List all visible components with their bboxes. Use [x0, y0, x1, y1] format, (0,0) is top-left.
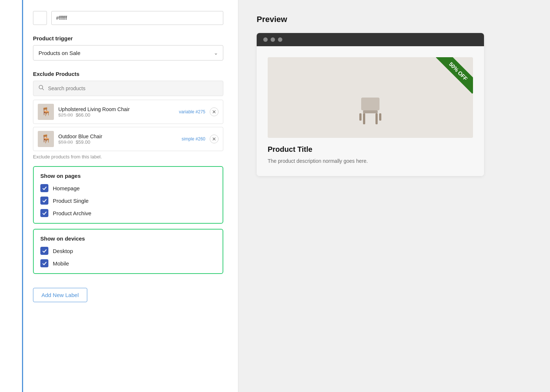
product-trigger-label: Product trigger: [33, 35, 223, 41]
product-info: Outdoor Blue Chair $59.00 $59.00: [58, 133, 177, 145]
show-on-devices-box: Show on devices Desktop Mobile: [33, 229, 223, 274]
product-thumbnail: 🪑: [38, 131, 54, 147]
mobile-checkbox[interactable]: [40, 259, 48, 267]
svg-rect-3: [363, 110, 378, 113]
desktop-checkbox[interactable]: [40, 247, 48, 255]
product-trigger-select[interactable]: Products on Sale New Products Featured P…: [33, 45, 223, 61]
svg-rect-5: [375, 113, 378, 124]
chair-svg: [356, 94, 385, 131]
preview-title: Preview: [257, 15, 532, 24]
color-swatch[interactable]: [33, 11, 47, 25]
price-sale: $59.00: [76, 139, 90, 145]
product-item: 🪑 Upholstered Living Room Chair $25.00 $…: [33, 100, 223, 124]
product-item: 🪑 Outdoor Blue Chair $59.00 $59.00 simpl…: [33, 127, 223, 151]
svg-rect-4: [363, 113, 365, 124]
preview-product-title: Product Title: [268, 145, 473, 154]
product-trigger-select-wrapper: Products on Sale New Products Featured P…: [33, 45, 223, 61]
checkbox-row-desktop: Desktop: [40, 247, 216, 255]
product-info: Upholstered Living Room Chair $25.00 $66…: [58, 106, 175, 118]
chair-image: 🪑: [41, 107, 51, 117]
product-price: $25.00 $66.00: [58, 112, 175, 118]
titlebar-dot-1: [263, 37, 268, 42]
svg-rect-2: [361, 98, 380, 110]
preview-titlebar: [257, 33, 484, 46]
sale-ribbon: 50% OFF: [429, 57, 473, 101]
product-name: Upholstered Living Room Chair: [58, 106, 175, 112]
color-hex-input[interactable]: [51, 11, 223, 25]
sale-badge: 50% OFF: [436, 57, 473, 94]
svg-line-1: [43, 89, 44, 90]
price-sale: $66.00: [76, 112, 90, 118]
product-preview-image: 50% OFF: [268, 57, 473, 138]
preview-card: 50% OFF Product Title The product descri…: [257, 33, 484, 176]
preview-body: 50% OFF Product Title The product descri…: [257, 46, 484, 176]
checkbox-row-product-archive: Product Archive: [40, 209, 216, 217]
product-thumbnail: 🪑: [38, 104, 54, 120]
right-panel: Preview 50% OFF: [238, 0, 550, 392]
svg-rect-7: [379, 113, 381, 121]
homepage-checkbox[interactable]: [40, 184, 48, 192]
checkbox-row-homepage: Homepage: [40, 184, 216, 192]
price-original: $59.00: [58, 139, 73, 145]
product-price: $59.00 $59.00: [58, 139, 177, 145]
product-archive-label: Product Archive: [53, 210, 91, 216]
checkbox-row-mobile: Mobile: [40, 259, 216, 267]
show-on-pages-box: Show on pages Homepage Product Single Pr…: [33, 166, 223, 224]
search-icon: [38, 85, 44, 92]
exclude-products-label: Exclude Products: [33, 71, 223, 77]
homepage-label: Homepage: [53, 185, 80, 191]
product-name: Outdoor Blue Chair: [58, 133, 177, 139]
color-row: [33, 11, 223, 25]
show-on-devices-title: Show on devices: [40, 235, 216, 242]
product-edit-link[interactable]: variable #275: [179, 109, 205, 115]
search-products-input[interactable]: [48, 85, 218, 91]
titlebar-dot-2: [271, 37, 275, 42]
search-box: [33, 81, 223, 96]
product-single-label: Product Single: [53, 198, 89, 204]
svg-rect-6: [359, 113, 362, 121]
show-on-pages-title: Show on pages: [40, 173, 216, 179]
product-archive-checkbox[interactable]: [40, 209, 48, 217]
titlebar-dot-3: [278, 37, 282, 42]
product-edit-link[interactable]: simple #260: [182, 136, 205, 142]
desktop-label: Desktop: [53, 248, 73, 254]
price-original: $25.00: [58, 112, 73, 118]
remove-product-button[interactable]: ✕: [210, 135, 219, 143]
product-single-checkbox[interactable]: [40, 197, 48, 205]
chair-image: 🪑: [41, 134, 51, 144]
checkbox-row-product-single: Product Single: [40, 197, 216, 205]
exclude-help-text: Exclude products from this label.: [33, 154, 223, 160]
preview-product-desc: The product description normally goes he…: [268, 157, 473, 165]
add-new-label-button[interactable]: Add New Label: [33, 288, 87, 302]
remove-product-button[interactable]: ✕: [210, 107, 219, 116]
left-panel: Product trigger Products on Sale New Pro…: [0, 0, 238, 392]
mobile-label: Mobile: [53, 260, 69, 267]
